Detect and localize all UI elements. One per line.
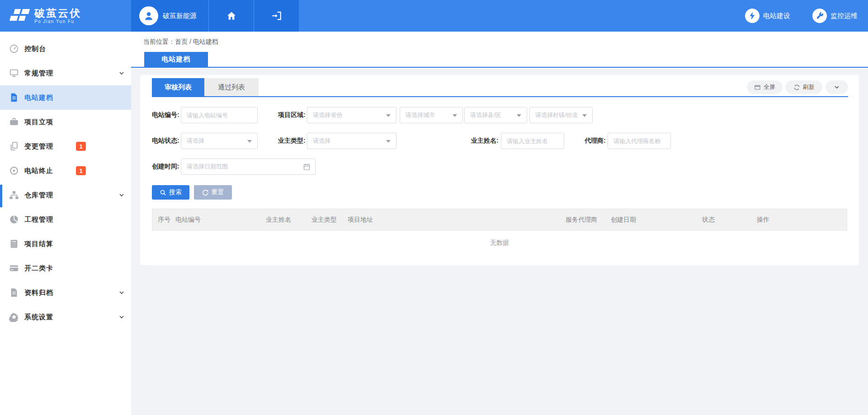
- breadcrumb-current: 电站建档: [193, 38, 218, 45]
- filter-row-2: 电站状态: 请选择 业主类型: 请选择 业主姓名: 代理商:: [152, 133, 848, 149]
- sidebar-item-settlement[interactable]: 项目结算: [0, 232, 131, 256]
- col-index: 序号: [152, 216, 173, 224]
- refresh-icon: [793, 84, 800, 91]
- col-project-address: 项目地址: [345, 216, 563, 224]
- breadcrumb-prefix: 当前位置：: [143, 38, 175, 45]
- search-icon: [160, 189, 166, 196]
- header-right: 电站建设 监控运维: [745, 0, 868, 32]
- sidebar-item-warehouse[interactable]: 仓库管理: [0, 183, 131, 207]
- chevron-down-icon: [118, 313, 125, 322]
- disc-icon: [9, 165, 19, 176]
- search-button[interactable]: 搜索: [152, 185, 189, 200]
- created-time-label: 创建时间:: [152, 163, 181, 171]
- breadcrumb-separator: /: [188, 38, 193, 45]
- gauge-icon: [9, 43, 19, 54]
- calendar-icon: [303, 163, 311, 172]
- home-button[interactable]: [208, 0, 254, 32]
- sidebar-item-general[interactable]: 常规管理: [0, 61, 131, 85]
- caret-down-icon: [453, 114, 457, 117]
- station-no-label: 电站编号:: [152, 111, 181, 119]
- page-tab-station-archive[interactable]: 电站建档: [144, 52, 208, 67]
- sidebar-item-project-approval[interactable]: 项目立项: [0, 110, 131, 134]
- panel-tabs-row: 审核列表 通过列表 全屏 刷新: [152, 78, 848, 96]
- col-owner-type: 业主类型: [309, 216, 345, 224]
- sidebar: 控制台 常规管理 电站建档 项目立项 变更管理 1 电站终止 1 仓库管理: [0, 32, 131, 415]
- sitemap-icon: [9, 190, 19, 201]
- document-icon: [9, 287, 19, 298]
- badge: 1: [76, 142, 86, 151]
- header-user-group: 破茧新能源: [131, 0, 299, 32]
- nav-monitor-ops[interactable]: 监控运维: [812, 9, 858, 23]
- sidebar-item-station-terminate[interactable]: 电站终止 1: [0, 159, 131, 183]
- sidebar-item-engineering[interactable]: 工程管理: [0, 207, 131, 232]
- refresh-button[interactable]: 刷新: [785, 80, 822, 94]
- station-status-select[interactable]: 请选择: [181, 133, 258, 149]
- user-icon: [143, 10, 155, 22]
- breadcrumb-bar: 当前位置：首页 / 电站建档 电站建档: [131, 32, 868, 67]
- chevron-down-icon: [118, 289, 125, 298]
- tab-review-list[interactable]: 审核列表: [152, 78, 204, 96]
- logo-icon: [9, 8, 30, 26]
- file-icon: [9, 92, 19, 103]
- nav-monitor-ops-label: 监控运维: [830, 12, 858, 20]
- collapse-button[interactable]: [826, 80, 848, 94]
- village-select[interactable]: 请选择村镇/街道: [529, 107, 593, 123]
- sidebar-item-data-archive[interactable]: 资料归档: [0, 280, 131, 305]
- content-panel: 审核列表 通过列表 全屏 刷新: [140, 75, 859, 265]
- caret-down-icon: [582, 114, 587, 117]
- user-name: 破茧新能源: [163, 12, 197, 20]
- county-select[interactable]: 请选择县/区: [464, 107, 527, 123]
- monitor-icon: [9, 68, 19, 79]
- province-select[interactable]: 请选择省份: [307, 107, 396, 123]
- col-status: 状态: [699, 216, 754, 224]
- nav-station-build[interactable]: 电站建设: [745, 9, 790, 23]
- user-menu[interactable]: 破茧新能源: [131, 0, 208, 32]
- top-header: 破茧云伏 Po Jian Yun Fu 破茧新能源: [0, 0, 868, 32]
- agent-input[interactable]: [608, 133, 671, 149]
- caret-down-icon: [517, 114, 521, 117]
- station-no-input[interactable]: [181, 107, 258, 123]
- sidebar-item-dashboard[interactable]: 控制台: [0, 37, 131, 61]
- logo: 破茧云伏 Po Jian Yun Fu: [0, 0, 131, 32]
- wrench-icon: [812, 9, 827, 23]
- owner-name-label: 业主姓名:: [471, 137, 501, 145]
- caret-down-icon: [247, 140, 252, 143]
- owner-type-select[interactable]: 请选择: [307, 133, 396, 149]
- date-range-input[interactable]: 请选择日期范围: [181, 159, 316, 175]
- tab-underline: [131, 67, 868, 68]
- breadcrumb-home[interactable]: 首页: [175, 38, 188, 45]
- panel-tabs-underline: [152, 96, 848, 97]
- col-created-date: 创建日期: [608, 216, 699, 224]
- owner-type-label: 业主类型:: [278, 137, 307, 145]
- col-service-agent: 服务代理商: [563, 216, 608, 224]
- app: 破茧云伏 Po Jian Yun Fu 破茧新能源: [0, 0, 868, 415]
- logout-icon: [271, 10, 283, 22]
- badge: 1: [76, 166, 86, 175]
- logo-title: 破茧云伏: [34, 7, 81, 19]
- copy-icon: [9, 141, 19, 152]
- filter-row-3: 创建时间: 请选择日期范围: [152, 159, 848, 175]
- logo-subtitle: Po Jian Yun Fu: [34, 19, 81, 24]
- avatar: [139, 6, 158, 25]
- sidebar-item-card[interactable]: 开二类卡: [0, 256, 131, 280]
- nav-station-build-label: 电站建设: [763, 12, 790, 20]
- lightning-icon: [745, 9, 760, 23]
- city-select[interactable]: 请选择城市: [400, 107, 463, 123]
- reset-button[interactable]: 重置: [194, 185, 232, 200]
- gear-icon: [9, 312, 19, 322]
- fullscreen-button[interactable]: 全屏: [747, 80, 783, 94]
- sidebar-item-change-mgmt[interactable]: 变更管理 1: [0, 134, 131, 159]
- logout-button[interactable]: [254, 0, 299, 32]
- logo-text: 破茧云伏 Po Jian Yun Fu: [34, 7, 81, 24]
- sidebar-item-station-archive[interactable]: 电站建档: [0, 85, 131, 110]
- owner-name-input[interactable]: [501, 133, 564, 149]
- col-owner-name: 业主姓名: [263, 216, 309, 224]
- chevron-down-icon: [118, 70, 125, 79]
- filter-actions: 搜索 重置: [152, 185, 848, 200]
- region-label: 项目区域:: [278, 111, 307, 119]
- main-area: 当前位置：首页 / 电站建档 电站建档 审核列表 通过列表 全屏 刷新: [131, 32, 868, 415]
- pie-icon: [9, 214, 19, 225]
- tab-passed-list[interactable]: 通过列表: [204, 78, 259, 96]
- chevron-down-icon: [833, 84, 840, 91]
- sidebar-item-system-settings[interactable]: 系统设置: [0, 305, 131, 329]
